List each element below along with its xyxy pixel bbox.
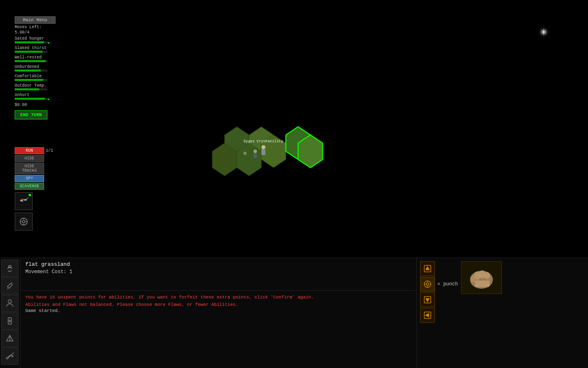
item-preview [461,261,502,294]
svg-point-22 [8,300,11,303]
attack-up-button[interactable] [420,261,435,276]
svg-point-31 [426,283,429,285]
svg-marker-29 [426,267,429,270]
ability-icon-1[interactable] [15,192,33,210]
svg-text:Gyges CryoFacility: Gyges CryoFacility [243,139,283,144]
attack-icon-2[interactable] [420,292,435,307]
svg-line-27 [12,353,14,354]
terrain-name: flat grassland [25,261,412,267]
svg-point-43 [484,272,490,279]
stat-well-rested: Well-rested [15,55,56,63]
svg-point-15 [261,145,265,149]
money-label: $0.00 [15,103,56,107]
attack-icon-3[interactable] [420,308,435,323]
message-1: You have 15 unspent points for abilities… [25,294,412,301]
svg-rect-16 [261,149,265,155]
combat-icons: = punch [420,261,458,323]
spy-button[interactable]: SPY [15,175,44,182]
stat-unhurt: Unhurt ▶ [15,92,56,101]
end-turn-button[interactable]: END TURN [15,110,47,119]
character-icon-button[interactable] [1,295,18,312]
terrain-info: flat grassland Movement Cost: 1 [20,258,416,291]
stat-outdoor-temp: Outdoor Temp. [15,83,56,92]
terrain-movement-cost: Movement Cost: 1 [25,269,412,275]
message-log: You have 15 unspent points for abilities… [20,291,416,368]
svg-rect-0 [21,200,23,201]
svg-marker-39 [425,314,429,317]
camp-icon-button[interactable] [1,330,18,347]
bottom-left-icons [0,258,20,368]
bottom-main: flat grassland Movement Cost: 1 You have… [20,258,416,368]
top-left-panel: Main Menu Moves Left: 5.00/4 Sated hunge… [15,16,56,119]
svg-point-19 [243,152,247,155]
stat-comfortable: Comfortable [15,74,56,82]
bottom-right-inner: = punch [420,261,585,323]
svg-point-44 [471,275,476,283]
hex-map[interactable]: Gyges CryoFacility [200,114,347,188]
scavenge-button[interactable]: SCAVENGE [15,183,44,190]
svg-rect-45 [475,280,490,287]
sun-icon: ✳ [540,25,547,38]
main-menu-button[interactable]: Main Menu [15,16,56,24]
punch-icon[interactable] [420,277,435,292]
svg-point-21 [9,265,11,268]
weapon-icon-button[interactable] [1,348,18,365]
message-2: Abilities and Flaws not balanced. Please… [25,301,412,309]
hide-tracks-button[interactable]: HIDE TRACKS [15,163,44,174]
svg-point-17 [254,150,257,153]
moves-left-label: Moves Left: 5.00/4 [15,25,56,35]
svg-rect-18 [254,153,257,158]
bottom-right-panel: = punch [416,258,588,368]
stat-sated-hunger: Sated hunger ▶ [15,36,56,45]
hide-button[interactable]: HIDE [15,155,44,162]
svg-rect-1 [24,200,26,200]
action-panel: RUN 1/1 HIDE HIDE TRACKS SPY SCAVENGE [15,147,56,231]
run-button[interactable]: RUN [15,147,44,154]
medical-icon-button[interactable] [1,312,18,330]
punch-label: = punch [437,281,458,287]
message-3: Game started. [25,308,412,313]
tools-icon-button[interactable] [1,277,18,294]
stat-unburdened: Unburdened [15,64,56,73]
svg-marker-37 [426,298,429,302]
bottom-panel: flat grassland Movement Cost: 1 You have… [0,258,588,368]
run-count: 1/1 [46,148,53,153]
skills-icon-button[interactable] [1,260,18,277]
ability-icon-2[interactable] [15,213,33,231]
stat-slaked-thirst: Slaked thirst [15,45,56,54]
svg-point-3 [22,220,25,223]
